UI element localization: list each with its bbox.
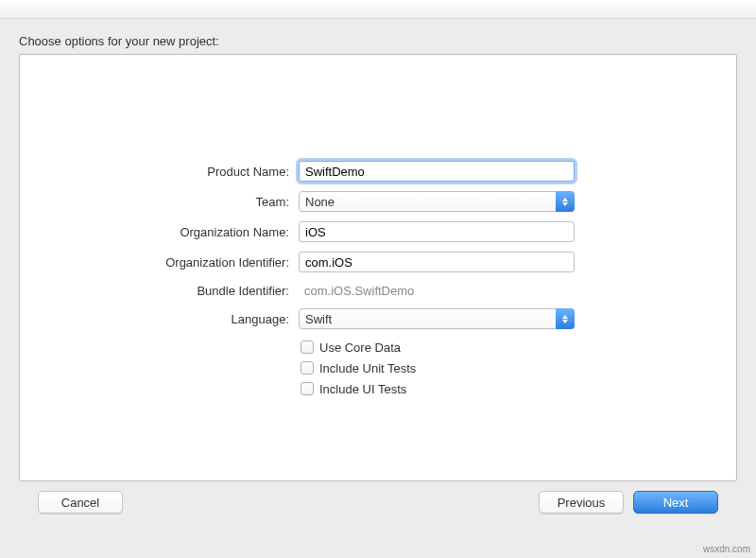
bundle-id-value: com.iOS.SwiftDemo [299, 284, 414, 298]
checkbox-core-data-label: Use Core Data [319, 340, 401, 355]
label-bundle-id: Bundle Identifier: [58, 284, 299, 298]
checkbox-unit-tests[interactable] [301, 361, 314, 375]
language-select-value: Swift [305, 312, 332, 326]
label-org-id: Organization Identifier: [58, 255, 299, 270]
row-team: Team: None [58, 189, 736, 214]
row-product-name: Product Name: [58, 159, 736, 183]
previous-button[interactable]: Previous [539, 491, 624, 514]
checkbox-ui-tests[interactable] [301, 382, 314, 395]
footer-buttons: Cancel Previous Next [19, 481, 737, 514]
check-core-data-row: Use Core Data [299, 337, 736, 357]
label-team: Team: [58, 195, 299, 209]
org-id-input[interactable] [299, 252, 575, 272]
window-titlebar [0, 0, 756, 19]
page-title: Choose options for your new project: [19, 34, 737, 48]
row-language: Language: Swift [58, 306, 736, 331]
label-language: Language: [58, 312, 299, 326]
checkbox-ui-tests-label: Include UI Tests [319, 382, 406, 396]
row-bundle-id: Bundle Identifier: com.iOS.SwiftDemo [58, 280, 736, 301]
check-ui-tests-row: Include UI Tests [299, 378, 736, 399]
next-button[interactable]: Next [633, 491, 718, 514]
team-select-value: None [305, 195, 335, 209]
team-select[interactable]: None [299, 191, 575, 212]
options-panel: Product Name: Team: None Organization Na… [19, 54, 737, 481]
checkbox-core-data[interactable] [301, 340, 314, 354]
chevron-up-down-icon [556, 191, 575, 212]
check-unit-tests-row: Include Unit Tests [299, 357, 736, 378]
language-select[interactable]: Swift [299, 308, 575, 329]
row-org-name: Organization Name: [58, 219, 736, 244]
watermark: wsxdn.com [703, 544, 750, 554]
checkbox-group: Use Core Data Include Unit Tests Include… [299, 337, 736, 399]
spacer [123, 491, 539, 514]
org-name-input[interactable] [299, 221, 575, 242]
checkbox-unit-tests-label: Include Unit Tests [319, 361, 416, 375]
content-area: Choose options for your new project: Pro… [0, 26, 756, 517]
toolbar-spacer [0, 19, 756, 26]
label-product-name: Product Name: [58, 165, 299, 179]
label-org-name: Organization Name: [58, 225, 299, 239]
cancel-button[interactable]: Cancel [38, 491, 123, 514]
product-name-input[interactable] [299, 161, 575, 182]
chevron-up-down-icon [556, 308, 575, 329]
row-org-id: Organization Identifier: [58, 250, 736, 274]
